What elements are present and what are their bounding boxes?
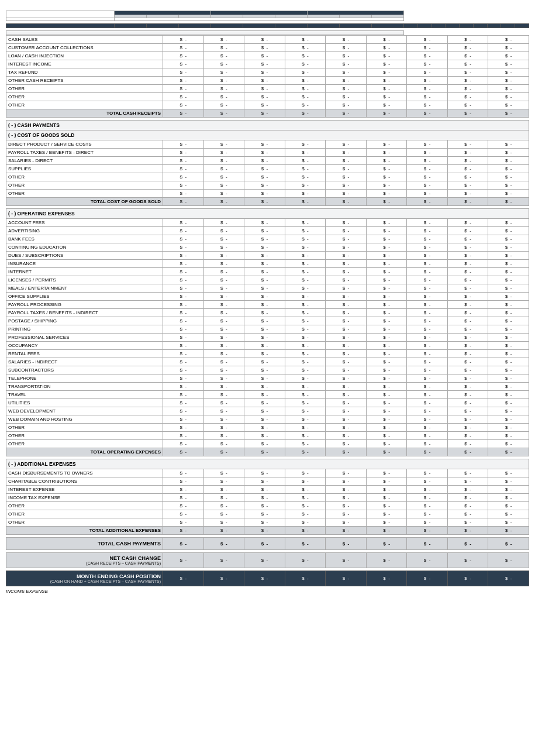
op-item-11-m2-var: $ - [488, 309, 529, 317]
cr-item-7-m0-est: $ - [163, 93, 204, 101]
add-item-0-m2-var: $ - [488, 469, 529, 477]
cogs-item-2-label: SALARIES - DIRECT [6, 157, 163, 165]
cogs-item-1-m1-est: $ - [285, 149, 326, 157]
op-item-3-m1-act: $ - [326, 243, 367, 252]
add-item-4-row: OTHER$ -$ -$ -$ -$ -$ -$ -$ -$ - [6, 502, 529, 510]
total-operating-m0-var: $ - [244, 448, 285, 456]
bb-jan-act-val [211, 24, 243, 28]
cr-item-4-m2-act: $ - [447, 68, 488, 77]
add-item-3-m0-var: $ - [244, 494, 285, 502]
total-cash-receipts-m2-var: $ - [488, 109, 529, 118]
op-item-5-m0-est: $ - [163, 260, 204, 268]
add-item-2-m0-act: $ - [203, 486, 244, 494]
cogs-item-4-label: OTHER [6, 173, 163, 181]
me-m1-act: $ - [326, 571, 367, 586]
op-item-13-row: PRINTING$ -$ -$ -$ -$ -$ -$ -$ -$ - [6, 325, 529, 334]
cr-item-8-m1-var: $ - [366, 101, 407, 109]
cogs-item-1-m2-act: $ - [447, 149, 488, 157]
cr-item-3-m1-est: $ - [285, 60, 326, 68]
op-item-9-m0-var: $ - [244, 293, 285, 301]
op-item-23-m2-act: $ - [447, 407, 488, 415]
op-item-0-m1-act: $ - [326, 219, 367, 227]
add-item-5-m1-var: $ - [366, 510, 407, 518]
add-item-5-m0-var: $ - [244, 510, 285, 518]
op-item-19-m2-var: $ - [488, 374, 529, 383]
op-item-24-m2-var: $ - [488, 415, 529, 424]
cr-item-0-m0-est: $ - [163, 36, 204, 44]
op-item-6-m2-var: $ - [488, 268, 529, 276]
op-item-14-m2-est: $ - [407, 334, 448, 342]
cogs-item-3-row: SUPPLIES$ -$ -$ -$ -$ -$ -$ -$ -$ - [6, 165, 529, 173]
ncc-m2-var: $ - [488, 553, 529, 568]
op-item-4-m0-est: $ - [163, 252, 204, 260]
op-item-10-m0-act: $ - [203, 301, 244, 309]
cr-item-3-m1-act: $ - [326, 60, 367, 68]
cr-item-4-m1-est: $ - [285, 68, 326, 77]
op-item-11-m0-var: $ - [244, 309, 285, 317]
op-item-18-m0-act: $ - [203, 366, 244, 374]
cogs-item-2-m0-act: $ - [203, 157, 244, 165]
op-item-5-label: INSURANCE [6, 260, 163, 268]
add-item-0-m2-act: $ - [447, 469, 488, 477]
cr-item-2-m0-var: $ - [244, 52, 285, 60]
cr-item-5-m2-act: $ - [447, 77, 488, 85]
op-item-19-row: TELEPHONE$ -$ -$ -$ -$ -$ -$ -$ -$ - [6, 374, 529, 383]
op-item-16-m0-act: $ - [203, 350, 244, 358]
op-item-7-m1-act: $ - [326, 276, 367, 284]
op-item-13-m0-act: $ - [203, 325, 244, 334]
add-item-4-m1-act: $ - [326, 502, 367, 510]
add-item-0-m2-est: $ - [407, 469, 448, 477]
cogs-header: ( - ) COST OF GOODS SOLD [6, 130, 529, 140]
cr-item-2-m2-var: $ - [488, 52, 529, 60]
op-item-0-label: ACCOUNT FEES [6, 219, 163, 227]
cr-item-3-row: INTEREST INCOME$ -$ -$ -$ -$ -$ -$ -$ -$… [6, 60, 529, 68]
company-name-label [6, 11, 115, 18]
op-item-5-m1-est: $ - [285, 260, 326, 268]
add-item-4-m0-est: $ - [163, 502, 204, 510]
add-item-4-m0-var: $ - [244, 502, 285, 510]
income-expense-label: INCOME EXPENSE [6, 589, 529, 594]
op-item-9-m1-act: $ - [326, 293, 367, 301]
op-item-24-m0-var: $ - [244, 415, 285, 424]
add-item-1-label: CHARITABLE CONTRIBUTIONS [6, 477, 163, 486]
cr-item-6-m0-est: $ - [163, 85, 204, 93]
cr-item-6-m0-act: $ - [203, 85, 244, 93]
op-item-2-m1-est: $ - [285, 235, 326, 243]
cr-item-6-m2-act: $ - [447, 85, 488, 93]
op-item-19-m2-est: $ - [407, 374, 448, 383]
me-m2-act: $ - [447, 571, 488, 586]
cr-item-5-row: OTHER CASH RECEIPTS$ -$ -$ -$ -$ -$ -$ -… [6, 77, 529, 85]
op-item-20-m1-var: $ - [366, 383, 407, 391]
op-item-8-m2-act: $ - [447, 284, 488, 293]
op-item-17-m2-act: $ - [447, 358, 488, 366]
op-item-14-m0-est: $ - [163, 334, 204, 342]
add-item-6-m0-est: $ - [163, 518, 204, 527]
op-item-1-m1-est: $ - [285, 227, 326, 235]
cr-item-2-m0-act: $ - [203, 52, 244, 60]
cr-item-5-label: OTHER CASH RECEIPTS [6, 77, 163, 85]
op-item-10-m1-est: $ - [285, 301, 326, 309]
op-item-23-m2-est: $ - [407, 407, 448, 415]
add-item-5-m1-est: $ - [285, 510, 326, 518]
total-additional-m0-est: $ - [163, 527, 204, 535]
cr-item-8-m2-var: $ - [488, 101, 529, 109]
op-item-26-m1-est: $ - [285, 432, 326, 440]
operating-header-row: ( - ) OPERATING EXPENSES [6, 209, 529, 219]
op-item-7-m2-var: $ - [488, 276, 529, 284]
op-item-22-m2-act: $ - [447, 399, 488, 407]
add-item-5-m2-est: $ - [407, 510, 448, 518]
total-cogs-m2-var: $ - [488, 198, 529, 206]
total-operating-label: TOTAL OPERATING EXPENSES [6, 448, 163, 456]
add-item-2-m0-var: $ - [244, 486, 285, 494]
cogs-item-5-m1-act: $ - [326, 181, 367, 190]
op-item-26-m2-var: $ - [488, 432, 529, 440]
cr-item-5-m1-var: $ - [366, 77, 407, 85]
op-item-13-m2-est: $ - [407, 325, 448, 334]
tcp-m2-act: $ - [447, 538, 488, 550]
cr-item-8-m0-est: $ - [163, 101, 204, 109]
op-item-1-m2-act: $ - [447, 227, 488, 235]
op-item-2-m0-var: $ - [244, 235, 285, 243]
add-item-3-m1-act: $ - [326, 494, 367, 502]
op-item-16-label: RENTAL FEES [6, 350, 163, 358]
cr-item-8-m0-var: $ - [244, 101, 285, 109]
